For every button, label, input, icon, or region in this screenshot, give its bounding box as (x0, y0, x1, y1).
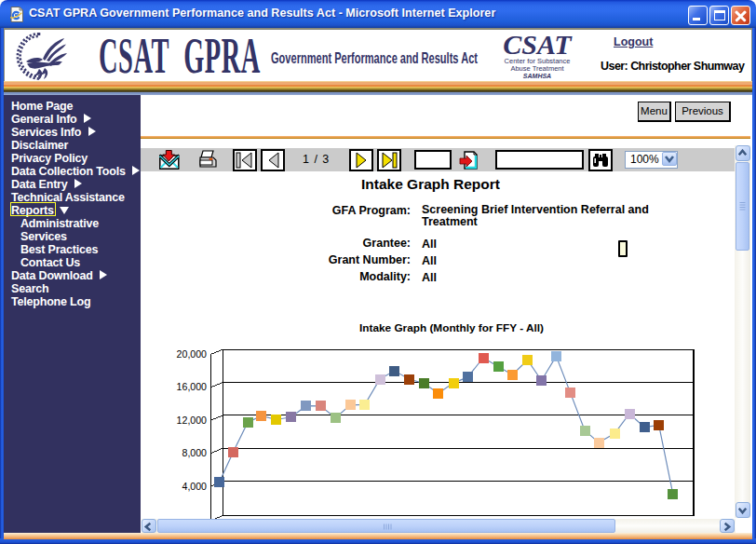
svg-text:8,000: 8,000 (182, 447, 207, 458)
svg-text:16,000: 16,000 (177, 381, 208, 392)
svg-text:12,000: 12,000 (177, 414, 208, 425)
svg-text:20,000: 20,000 (177, 348, 208, 360)
svg-text:4,000: 4,000 (182, 480, 207, 491)
